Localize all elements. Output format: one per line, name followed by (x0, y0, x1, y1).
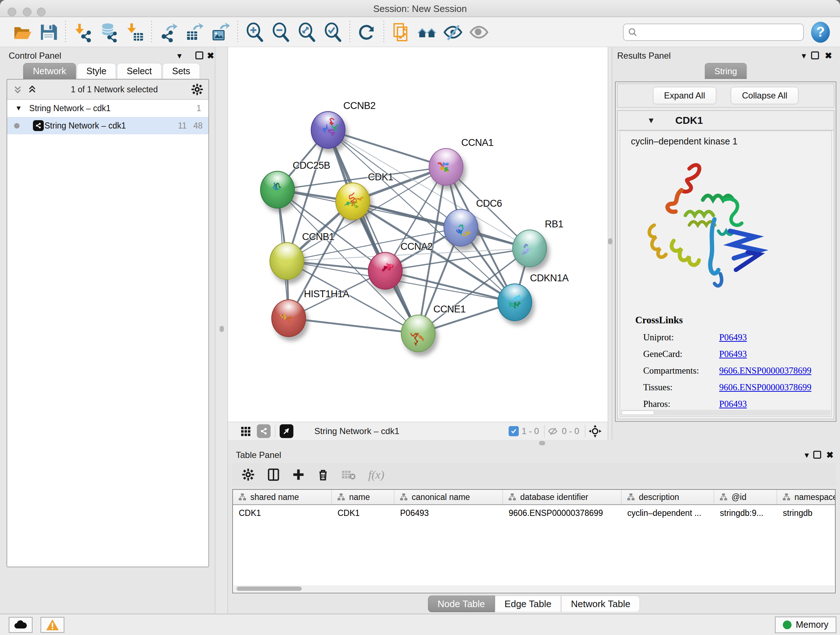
left-splitter[interactable] (215, 47, 228, 614)
table-hscrollbar[interactable] (234, 585, 834, 592)
network-collection-row[interactable]: ▼ String Network – cdk1 1 (7, 100, 208, 117)
hide-selected-button[interactable] (440, 19, 466, 45)
cloud-button[interactable] (9, 617, 33, 633)
zoom-selected-button[interactable] (320, 19, 346, 45)
zoom-in-button[interactable] (242, 19, 268, 45)
crosslink-value-link[interactable]: P06493 (719, 333, 747, 342)
crosslink-value-link[interactable]: P06493 (719, 399, 747, 409)
table-row[interactable]: CDK1CDK1P064939606.ENSP00000378699cyclin… (233, 505, 835, 521)
table-cell[interactable]: 9606.ENSP00000378699 (503, 505, 622, 521)
tab-select[interactable]: Select (117, 63, 161, 79)
warnings-button[interactable] (41, 617, 65, 633)
pan-crosshair-icon[interactable] (588, 424, 602, 438)
network-node-ccnb2[interactable] (311, 111, 346, 149)
tab-network-table[interactable]: Network Table (561, 595, 640, 612)
expand-all-button[interactable]: Expand All (653, 87, 716, 104)
show-all-button[interactable] (466, 19, 492, 45)
help-button[interactable]: ? (811, 22, 830, 43)
hidden-eye-icon[interactable] (546, 426, 559, 437)
splitter-handle[interactable] (219, 326, 224, 332)
refresh-button[interactable] (354, 19, 380, 45)
column-header-database-identifier[interactable]: database identifier (503, 490, 622, 504)
network-edge[interactable] (328, 130, 446, 167)
table-gear-icon[interactable] (242, 468, 255, 481)
copy-button[interactable] (388, 19, 414, 45)
table-cell[interactable]: CDK1 (332, 505, 394, 521)
column-header-canonical-name[interactable]: canonical name (394, 490, 503, 504)
entry-collapse-caret-icon[interactable]: ▼ (647, 116, 655, 125)
node-table[interactable]: shared namenamecanonical namedatabase id… (232, 489, 836, 593)
table-cell[interactable]: P06493 (394, 505, 503, 521)
collapse-panel-icon[interactable]: ▾ (177, 51, 182, 60)
network-node-cdkn1a[interactable] (497, 283, 532, 321)
selected-checkbox-icon[interactable] (508, 426, 519, 436)
save-session-button[interactable] (35, 19, 62, 45)
entry-header[interactable]: ▼ CDK1 (617, 111, 834, 130)
crosslink-value-link[interactable]: 9606.ENSP00000378699 (719, 382, 812, 393)
network-node-cdk1[interactable] (335, 182, 370, 220)
network-node-rb1[interactable] (512, 230, 547, 267)
tab-style[interactable]: Style (77, 63, 117, 79)
table-cell[interactable]: CDK1 (233, 505, 332, 521)
column-header--id[interactable]: @id (714, 490, 777, 504)
right-splitter[interactable] (608, 47, 612, 440)
results-scrollbar[interactable] (621, 410, 831, 416)
collapse-panel-icon[interactable]: ▾ (802, 51, 806, 60)
tab-edge-table[interactable]: Edge Table (495, 595, 561, 612)
tree-expand-caret-icon[interactable]: ▼ (15, 104, 22, 112)
collapse-all-chevrons-icon[interactable] (27, 84, 38, 95)
search-input[interactable] (641, 27, 799, 38)
export-image-button[interactable] (208, 19, 234, 45)
close-panel-icon[interactable]: ✖ (207, 51, 214, 60)
column-header-namespace[interactable]: namespace (777, 490, 836, 504)
splitter-handle[interactable] (539, 441, 545, 445)
tab-node-table[interactable]: Node Table (428, 595, 495, 612)
column-header-description[interactable]: description (622, 490, 714, 504)
network-share-icon[interactable] (257, 424, 271, 438)
network-node-hist1h1a[interactable] (271, 299, 306, 337)
import-table-file-button[interactable] (122, 19, 148, 45)
open-session-button[interactable] (9, 19, 35, 45)
close-panel-icon[interactable]: ✖ (826, 451, 834, 459)
scrollbar-thumb[interactable] (237, 586, 302, 591)
table-cell[interactable]: stringdb (777, 505, 836, 521)
column-header-name[interactable]: name (332, 490, 394, 504)
table-cell[interactable]: cyclin–dependent ... (622, 505, 714, 521)
add-column-icon[interactable] (292, 469, 305, 481)
gear-icon[interactable] (191, 83, 203, 96)
expand-all-chevrons-icon[interactable] (12, 84, 23, 95)
zoom-fit-button[interactable] (294, 19, 320, 45)
close-panel-icon[interactable]: ✖ (825, 51, 832, 60)
show-columns-icon[interactable] (267, 468, 280, 481)
tab-string[interactable]: String (705, 63, 747, 79)
network-edge[interactable] (289, 318, 418, 333)
float-panel-icon[interactable] (813, 451, 821, 459)
network-node-ccna1[interactable] (429, 148, 463, 186)
horizontal-splitter[interactable] (228, 440, 840, 448)
float-panel-icon[interactable] (811, 51, 819, 59)
zoom-out-button[interactable] (268, 19, 294, 45)
import-network-file-button[interactable] (69, 19, 95, 45)
scrollbar-thumb[interactable] (622, 410, 654, 415)
network-node-ccna2[interactable] (368, 252, 403, 290)
crosslink-value-link[interactable]: P06493 (719, 349, 747, 359)
table-cell[interactable]: stringdb:9... (714, 505, 777, 521)
grid-view-icon[interactable] (240, 425, 252, 437)
network-row-selected[interactable]: String Network – cdk1 11 48 (7, 117, 208, 134)
network-node-ccne1[interactable] (401, 315, 436, 352)
collapse-panel-icon[interactable]: ▾ (805, 451, 809, 459)
tab-sets[interactable]: Sets (163, 63, 200, 79)
network-edge[interactable] (353, 201, 530, 249)
network-node-cdc25b[interactable] (260, 171, 295, 209)
column-header-shared-name[interactable]: shared name (233, 490, 332, 504)
export-network-button[interactable] (156, 19, 182, 45)
collapse-all-button[interactable]: Collapse All (731, 87, 798, 104)
import-network-database-button[interactable] (95, 19, 122, 45)
delete-column-icon[interactable] (317, 469, 329, 481)
export-table-button[interactable] (182, 19, 208, 45)
tab-network[interactable]: Network (23, 63, 76, 79)
network-node-cdc6[interactable] (444, 209, 478, 247)
network-node-ccnb1[interactable] (270, 242, 304, 280)
home-button[interactable] (414, 19, 440, 45)
network-edge[interactable] (328, 130, 418, 333)
